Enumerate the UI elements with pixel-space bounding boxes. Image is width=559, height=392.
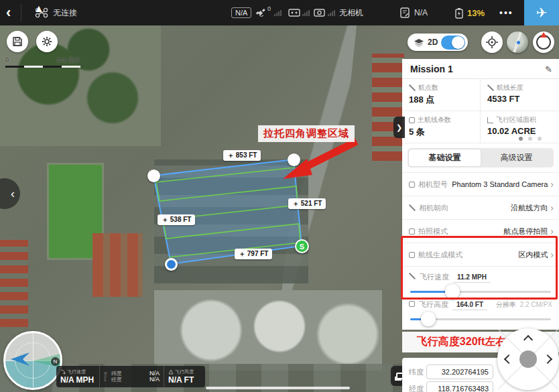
camera-status-label: 无相机 — [339, 0, 363, 25]
mission-status: N/A — [399, 0, 428, 25]
map-mode-label: 2D — [428, 38, 438, 47]
locate-button[interactable] — [481, 31, 503, 53]
nudge-dpad[interactable] — [497, 328, 559, 390]
panel-collapse-tab[interactable]: ❯ — [393, 117, 405, 138]
tab-advanced-settings[interactable]: 高级设置 — [481, 149, 552, 166]
map-red-roofs-right — [372, 54, 404, 161]
speed-slider-thumb[interactable] — [445, 284, 460, 299]
battery-percent: 13% — [467, 8, 485, 18]
setting-camera-model-value: Phantom 3 Standard Camera — [452, 180, 548, 188]
speed-icon — [409, 273, 416, 279]
tab-basic-settings[interactable]: 基础设置 — [409, 149, 481, 166]
minimap-button[interactable] — [507, 31, 528, 53]
flight-mode-badge: N/A — [231, 0, 251, 25]
top-status-bar: ‹ 无连接 N/A 0 无相机 N/A 13% ••• ✈ — [0, 0, 559, 25]
mouse-cursor: ▲ — [34, 3, 44, 15]
resolution-label: 分辨率 — [496, 300, 516, 310]
setting-photo-mode-value: 航点悬停拍照 — [503, 226, 548, 237]
edge-length-label-right: ＋ 521 FT — [288, 198, 326, 209]
route-start-marker[interactable]: S — [295, 239, 309, 253]
wgs-label: WGS — [104, 372, 107, 382]
nudge-up-button[interactable] — [523, 335, 533, 344]
setting-camera-heading-value: 沿航线方向 — [511, 203, 548, 213]
battery-icon — [454, 7, 464, 19]
waypoint-icon — [409, 84, 416, 91]
connection-status-label: 无连接 — [53, 7, 77, 19]
back-button[interactable]: ‹ — [6, 0, 11, 25]
save-mission-button[interactable] — [7, 31, 28, 52]
mission-card: Mission 1 ✎ 航点数 188 点 航线长度 4533 FT 主航线条数… — [402, 59, 559, 330]
telemetry-altitude: 飞行高度 N/A FT — [164, 366, 205, 387]
altitude-value: 164.0 FT — [452, 301, 487, 310]
longitude-input[interactable] — [426, 381, 493, 392]
map-scale-bar: 0375 英尺 — [5, 56, 80, 68]
stat-main-lines: 主航线条数 5 条 — [402, 111, 481, 143]
layers-icon — [414, 38, 424, 47]
takeoff-button[interactable]: ✈ — [524, 0, 559, 25]
stat-main-lines-value: 5 条 — [409, 126, 475, 138]
setting-route-mode[interactable]: 航线生成模式 区内模式 › — [402, 243, 559, 266]
latitude-input[interactable] — [426, 365, 493, 379]
telemetry-speed-value: N/A MPH — [60, 375, 95, 385]
telemetry-bar: 飞行速度 N/A MPH WGS 纬度N/A 经度N/A 飞行高度 N/A FT — [56, 366, 205, 387]
setting-camera-model[interactable]: 相机型号 Phantom 3 Standard Camera › — [402, 172, 559, 196]
divider — [21, 4, 21, 21]
more-menu-button[interactable]: ••• — [499, 0, 513, 25]
chevron-left-icon: ‹ — [11, 187, 15, 201]
photo-mode-icon — [409, 228, 415, 235]
speed-value: 11.2 MPH — [453, 273, 491, 283]
map-settings-button[interactable] — [36, 31, 58, 52]
map-concrete-buildings — [154, 290, 382, 371]
clipboard-icon — [399, 7, 410, 18]
nudge-left-button[interactable] — [504, 354, 513, 364]
stats-pagination-dots[interactable] — [519, 137, 542, 141]
edge-length-label-bottom: ＋ 797 FT — [235, 249, 272, 259]
map-mode-toggle[interactable]: 2D — [408, 34, 468, 51]
mission-header: Mission 1 ✎ — [402, 59, 559, 79]
setting-route-mode-value: 区内模式 — [518, 250, 548, 260]
map-orange-blocks — [92, 233, 143, 297]
compass-north-badge: N — [51, 357, 60, 366]
home-indicator — [206, 387, 350, 389]
camera-icon — [314, 0, 325, 25]
edge-length-label-left: ＋ 538 FT — [158, 214, 195, 225]
stat-route-length: 航线长度 4533 FT — [481, 79, 559, 111]
nudge-center-button[interactable] — [519, 350, 537, 368]
latitude-label: 纬度 — [409, 367, 426, 377]
altitude-icon — [409, 301, 415, 307]
edit-mission-icon[interactable]: ✎ — [545, 64, 552, 74]
chevron-right-icon: › — [550, 202, 554, 213]
setting-camera-heading[interactable]: 相机朝向 沿航线方向 › — [402, 196, 559, 219]
setting-photo-mode[interactable]: 拍照模式 航点悬停拍照 › — [402, 219, 559, 243]
nudge-right-button[interactable] — [543, 354, 552, 364]
gps-signal-bars — [274, 0, 282, 25]
battery-status: 13% — [454, 0, 485, 25]
chevron-right-icon: › — [550, 179, 554, 190]
route-mode-icon — [409, 252, 415, 258]
area-corner-handle-topright[interactable] — [288, 153, 300, 166]
chevron-right-icon: › — [550, 249, 554, 260]
stat-waypoints-value: 188 点 — [409, 94, 475, 106]
main-lines-icon — [409, 117, 415, 123]
altitude-slider-thumb[interactable] — [421, 312, 436, 326]
heading-icon — [409, 204, 416, 211]
remote-controller-icon — [288, 0, 300, 25]
scale-start: 0 — [5, 56, 9, 65]
gear-icon — [41, 36, 53, 48]
flight-sliders: 飞行速度 11.2 MPH 飞行高度 164.0 FT 分辨率 2.2 CM/ — [402, 266, 559, 330]
speed-label: 飞行速度 — [420, 272, 449, 282]
mission-planner-app: ‹ 无连接 N/A 0 无相机 N/A 13% ••• ✈ ▲ — [0, 0, 559, 392]
altitude-label: 飞行高度 — [419, 300, 448, 310]
camera-model-icon — [409, 182, 415, 188]
area-corner-handle-bottomleft[interactable] — [165, 258, 178, 271]
rc-signal-bars — [302, 0, 310, 25]
speed-slider-row: 飞行速度 11.2 MPH — [409, 272, 552, 293]
compass-reset-button[interactable] — [533, 31, 554, 53]
stat-route-length-value: 4533 FT — [487, 94, 554, 104]
mode-2d-toggle[interactable] — [441, 36, 465, 50]
telemetry-speed: 飞行速度 N/A MPH — [56, 366, 99, 387]
camera-signal-bars — [328, 0, 335, 25]
area-corner-handle-topleft[interactable] — [147, 170, 160, 182]
altitude-slider-track[interactable] — [410, 318, 551, 320]
speed-slider-track[interactable] — [410, 291, 551, 293]
